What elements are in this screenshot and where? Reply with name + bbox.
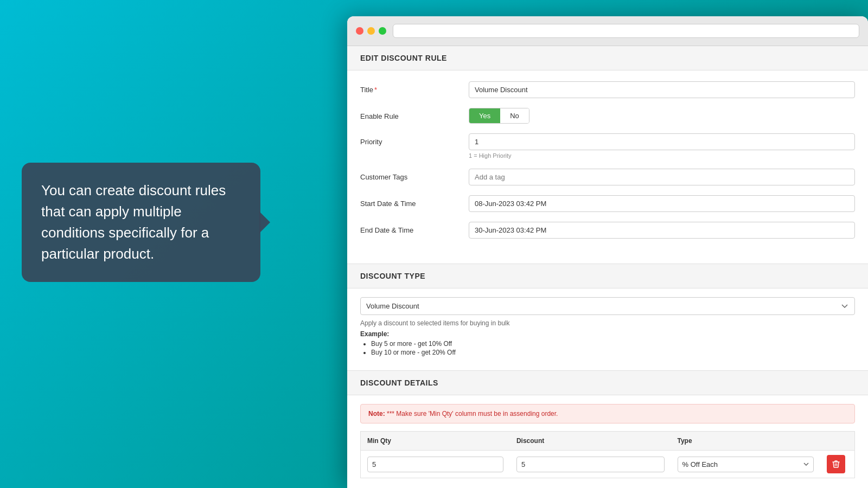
discount-details-section: Note: *** Make sure 'Min Qty' column mus… (347, 395, 868, 487)
example-title: Example: (360, 330, 855, 338)
edit-discount-rule-title: EDIT DISCOUNT RULE (360, 54, 855, 62)
dot-green[interactable] (379, 27, 386, 35)
customer-tags-wrap (469, 169, 855, 185)
table-cell-action (820, 451, 855, 478)
start-date-row: Start Date & Time (360, 195, 855, 212)
table-cell-discount (510, 451, 671, 478)
title-row: Title* (360, 81, 855, 98)
title-input-wrap (469, 81, 855, 98)
note-text: *** Make sure 'Min Qty' column must be i… (387, 410, 558, 418)
table-cell-min-qty (361, 451, 510, 478)
note-label: Note: (368, 410, 385, 418)
enable-rule-wrap: Yes No (469, 108, 855, 124)
browser-window: EDIT DISCOUNT RULE Title* Enable Rule (347, 16, 868, 488)
end-date-row: End Date & Time (360, 222, 855, 239)
discount-type-divider: DISCOUNT TYPE (347, 264, 868, 288)
type-select[interactable]: % Off Each Fixed Off Each Fixed Price Ea… (678, 457, 814, 472)
browser-toolbar (347, 16, 868, 46)
address-bar[interactable] (393, 24, 859, 38)
col-header-action (820, 432, 855, 451)
enable-no-button[interactable]: No (500, 108, 529, 123)
priority-wrap: 1 = High Priority (469, 133, 855, 159)
start-date-wrap (469, 195, 855, 212)
enable-rule-row: Enable Rule Yes No (360, 108, 855, 124)
col-header-discount: Discount (510, 432, 671, 451)
start-date-input[interactable] (469, 195, 855, 212)
discount-details-title: DISCOUNT DETAILS (360, 378, 855, 387)
priority-label: Priority (360, 133, 469, 146)
example-block: Example: Buy 5 or more - get 10% Off Buy… (360, 330, 855, 356)
end-date-label: End Date & Time (360, 222, 469, 234)
discount-type-title: DISCOUNT TYPE (360, 272, 855, 280)
priority-input[interactable] (469, 133, 855, 150)
priority-row: Priority 1 = High Priority (360, 133, 855, 159)
discount-type-select[interactable]: Volume Discount Cart Discount Product Di… (360, 297, 855, 315)
tooltip-bubble: You can create discount rules that can a… (22, 163, 260, 282)
discount-input[interactable] (516, 457, 665, 472)
customer-tags-label: Customer Tags (360, 169, 469, 181)
discount-details-divider: DISCOUNT DETAILS (347, 370, 868, 395)
table-row: % Off Each Fixed Off Each Fixed Price Ea… (361, 451, 855, 478)
col-header-min-qty: Min Qty (361, 432, 510, 451)
table-cell-type: % Off Each Fixed Off Each Fixed Price Ea… (671, 451, 820, 478)
customer-tags-row: Customer Tags (360, 169, 855, 185)
title-input[interactable] (469, 81, 855, 98)
page-content: EDIT DISCOUNT RULE Title* Enable Rule (347, 46, 868, 488)
dot-red[interactable] (356, 27, 363, 35)
discount-type-section: Volume Discount Cart Discount Product Di… (347, 288, 868, 366)
min-qty-input[interactable] (367, 457, 503, 472)
enable-rule-toggle: Yes No (469, 108, 529, 124)
title-label: Title* (360, 81, 469, 94)
edit-discount-rule-header: EDIT DISCOUNT RULE (347, 46, 868, 70)
enable-yes-button[interactable]: Yes (469, 108, 500, 123)
example-item-2: Buy 10 or more - get 20% Off (371, 349, 855, 356)
note-box: Note: *** Make sure 'Min Qty' column mus… (360, 404, 855, 423)
discount-description: Apply a discount to selected items for b… (360, 319, 855, 327)
discount-details-table: Min Qty Discount Type (360, 431, 855, 478)
enable-rule-label: Enable Rule (360, 108, 469, 120)
trash-icon (832, 460, 840, 468)
example-list: Buy 5 or more - get 10% Off Buy 10 or mo… (371, 340, 855, 356)
delete-row-button[interactable] (827, 455, 845, 473)
browser-dots (356, 27, 386, 35)
dot-yellow[interactable] (367, 27, 375, 35)
start-date-label: Start Date & Time (360, 195, 469, 208)
table-header-row: Min Qty Discount Type (361, 432, 855, 451)
tooltip-text: You can create discount rules that can a… (41, 182, 226, 262)
customer-tags-input[interactable] (469, 169, 855, 185)
priority-hint: 1 = High Priority (469, 152, 855, 159)
example-item-1: Buy 5 or more - get 10% Off (371, 340, 855, 348)
end-date-input[interactable] (469, 222, 855, 239)
form-body: Title* Enable Rule Yes No (347, 70, 868, 259)
col-header-type: Type (671, 432, 820, 451)
end-date-wrap (469, 222, 855, 239)
